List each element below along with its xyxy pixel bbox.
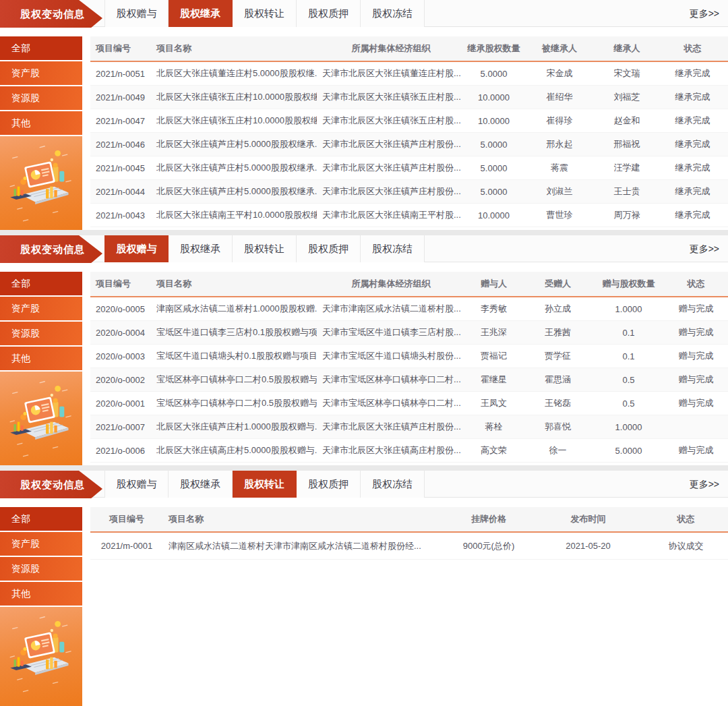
sidebar-item-other[interactable]: 其他 (0, 582, 82, 606)
cell-status: 继承完成 (657, 162, 728, 174)
cell-project-name: 北辰区大张庄镇高庄村5.0000股股权赠与... (151, 444, 317, 457)
cell-inherited-equity-qty: 5.0000 (465, 69, 522, 79)
section-content: 全部资产股资源股其他 项目编号项目名称挂牌价格发布时间状态2021/m-0001… (0, 507, 728, 706)
laptop-analytics-illustration (5, 140, 77, 229)
cell-village-collective-org: 天津市北辰区大张庄镇芦庄村股份... (317, 162, 465, 174)
table-row[interactable]: 2020/o-0002宝坻区林亭口镇林亭口二村0.5股股权赠与...天津市宝坻区… (90, 368, 728, 392)
sidebar-illustration (0, 607, 82, 706)
cell-project-name: 北辰区大张庄镇董连庄村5.0000股股权继... (151, 67, 317, 80)
tab-list: 股权赠与股权继承股权转让股权质押股权冻结 (104, 235, 728, 262)
cell-status: 赠与完成 (664, 444, 728, 457)
sidebar-item-other[interactable]: 其他 (0, 111, 82, 135)
table-row[interactable]: 2021/n-0051北辰区大张庄镇董连庄村5.0000股股权继...天津市北辰… (90, 62, 728, 86)
cell-project-name: 津南区咸水沽镇二道桥村1.0000股股权赠... (151, 303, 317, 315)
cell-decedent: 曹世珍 (522, 209, 597, 221)
page: 股权变动信息股权赠与股权继承股权转让股权质押股权冻结更多>>全部资产股资源股其他… (0, 0, 728, 706)
more-link[interactable]: 更多>> (690, 0, 719, 27)
cell-project-name: 北辰区大张庄镇芦庄村5.0000股股权继承... (151, 138, 317, 150)
cell-village-collective-org: 天津市北辰区大张庄镇芦庄村股份... (317, 138, 465, 150)
table-row[interactable]: 2021/n-0046北辰区大张庄镇芦庄村5.0000股股权继承...天津市北辰… (90, 133, 728, 156)
cell-gifted-equity-qty: 1.0000 (593, 304, 664, 314)
col-header-decedent: 被继承人 (522, 42, 597, 55)
sidebar-item-other[interactable]: 其他 (0, 347, 82, 370)
table-body: 2020/o-0005津南区咸水沽镇二道桥村1.0000股股权赠...天津市津南… (90, 297, 728, 463)
tab-equity-inheritance[interactable]: 股权继承 (169, 235, 233, 262)
cell-project-id: 2020/o-0001 (90, 399, 151, 409)
table-row[interactable]: 2020/o-0004宝坻区牛道口镇李三店村0.1股股权赠与项目天津市宝坻区牛道… (90, 321, 728, 345)
table-row[interactable]: 2021/n-0044北辰区大张庄镇芦庄村5.0000股股权继承...天津市北辰… (90, 180, 728, 204)
more-link[interactable]: 更多>> (690, 471, 719, 498)
table-row[interactable]: 2021/n-0049北辰区大张庄镇张五庄村10.0000股股权继...天津市北… (90, 86, 728, 109)
col-header-village-collective-org: 所属村集体经济组织 (317, 278, 465, 290)
tab-equity-freeze[interactable]: 股权冻结 (361, 0, 425, 27)
cell-project-name: 北辰区大张庄镇张五庄村10.0000股股权继... (151, 115, 317, 127)
cell-project-id: 2021/n-0049 (90, 92, 151, 102)
sidebar-item-asset-shares[interactable]: 资产股 (0, 61, 82, 85)
tab-equity-gift[interactable]: 股权赠与 (104, 0, 169, 27)
more-link[interactable]: 更多>> (690, 235, 719, 262)
cell-inherited-equity-qty: 5.0000 (465, 163, 522, 173)
tab-equity-inheritance[interactable]: 股权继承 (169, 0, 233, 27)
sidebar-item-all[interactable]: 全部 (0, 272, 82, 295)
cell-donor: 李秀敏 (465, 303, 522, 315)
table-row[interactable]: 2021/m-0001津南区咸水沽镇二道桥村天津市津南区咸水沽镇二道桥村股份经.… (90, 533, 728, 560)
cell-project-id: 2021/n-0045 (90, 163, 151, 173)
col-header-project-name: 项目名称 (151, 278, 317, 290)
table-row[interactable]: 2020/o-0005津南区咸水沽镇二道桥村1.0000股股权赠...天津市津南… (90, 297, 728, 321)
table-row[interactable]: 2020/o-0003宝坻区牛道口镇塘头村0.1股股权赠与项目天津市宝坻区牛道口… (90, 345, 728, 368)
tab-equity-gift[interactable]: 股权赠与 (104, 471, 169, 498)
col-header-project-name: 项目名称 (151, 42, 317, 55)
table-row[interactable]: 2020/o-0001宝坻区林亭口镇林亭口二村0.5股股权赠与...天津市宝坻区… (90, 392, 728, 415)
sidebar-item-resource-shares[interactable]: 资源股 (0, 86, 82, 110)
col-header-recipient: 受赠人 (522, 278, 593, 290)
sidebar-item-resource-shares[interactable]: 资源股 (0, 557, 82, 581)
cell-inherited-equity-qty: 10.0000 (465, 92, 522, 102)
sidebar-item-asset-shares[interactable]: 资产股 (0, 297, 82, 320)
cell-status: 赠与完成 (664, 350, 728, 362)
cell-recipient: 孙立成 (522, 303, 593, 315)
tab-bar: 股权变动信息股权赠与股权继承股权转让股权质押股权冻结更多>> (0, 235, 728, 262)
tab-equity-gift[interactable]: 股权赠与 (104, 235, 169, 262)
cell-decedent: 蒋震 (522, 162, 597, 174)
table-row[interactable]: 2021/n-0047北辰区大张庄镇张五庄村10.0000股股权继...天津市北… (90, 109, 728, 133)
tab-equity-inheritance[interactable]: 股权继承 (169, 471, 233, 498)
cell-project-name: 宝坻区林亭口镇林亭口二村0.5股股权赠与... (151, 397, 317, 409)
cell-donor: 王凤文 (465, 397, 522, 409)
tab-equity-pledge[interactable]: 股权质押 (297, 235, 361, 262)
cell-inherited-equity-qty: 10.0000 (465, 116, 522, 126)
cell-recipient: 徐一 (522, 444, 593, 457)
table-row[interactable]: 2021/o-0006北辰区大张庄镇高庄村5.0000股股权赠与...天津市北辰… (90, 439, 728, 463)
cell-heir: 周万禄 (597, 209, 657, 221)
data-table: 项目编号项目名称所属村集体经济组织赠与人受赠人赠与股权数量状态2020/o-00… (82, 272, 728, 465)
tab-equity-transfer[interactable]: 股权转让 (233, 0, 297, 27)
tab-equity-pledge[interactable]: 股权质押 (297, 0, 361, 27)
cell-village-collective-org: 天津市津南区咸水沽镇二道桥村股... (317, 303, 465, 315)
cell-status: 赠与完成 (664, 326, 728, 339)
cell-project-id: 2021/n-0051 (90, 69, 151, 79)
cell-gifted-equity-qty: 5.0000 (593, 446, 664, 456)
data-table: 项目编号项目名称所属村集体经济组织继承股权数量被继承人继承人状态2021/n-0… (82, 36, 728, 230)
col-header-project-name: 项目名称 (163, 513, 445, 525)
table-row[interactable]: 2021/n-0045北辰区大张庄镇芦庄村5.0000股股权继承...天津市北辰… (90, 156, 728, 180)
tab-equity-freeze[interactable]: 股权冻结 (361, 235, 425, 262)
cell-gifted-equity-qty: 0.1 (593, 328, 664, 338)
col-header-status: 状态 (657, 42, 728, 55)
tab-equity-pledge[interactable]: 股权质押 (297, 471, 361, 498)
sidebar-item-resource-shares[interactable]: 资源股 (0, 322, 82, 345)
cell-decedent: 刘淑兰 (522, 185, 597, 198)
cell-village-collective-org: 天津市宝坻区林亭口镇林亭口二村... (317, 397, 465, 409)
table-row[interactable]: 2021/o-0007北辰区大张庄镇芦庄村1.0000股股权赠与...天津市北辰… (90, 415, 728, 439)
cell-village-collective-org: 天津市北辰区大张庄镇张五庄村股... (317, 115, 465, 127)
sidebar-item-all[interactable]: 全部 (0, 36, 82, 60)
cell-status: 赠与完成 (664, 303, 728, 315)
tab-equity-transfer[interactable]: 股权转让 (233, 235, 297, 262)
cell-project-name: 宝坻区牛道口镇李三店村0.1股股权赠与项目 (151, 326, 317, 339)
tab-equity-transfer[interactable]: 股权转让 (233, 471, 297, 498)
table-row[interactable]: 2021/n-0043北辰区大张庄镇南王平村10.0000股股权继...天津市北… (90, 204, 728, 227)
cell-project-id: 2021/o-0007 (90, 422, 151, 432)
sidebar-item-all[interactable]: 全部 (0, 507, 82, 531)
tab-list: 股权赠与股权继承股权转让股权质押股权冻结 (104, 471, 728, 498)
sidebar-item-asset-shares[interactable]: 资产股 (0, 532, 82, 556)
tab-equity-freeze[interactable]: 股权冻结 (361, 471, 425, 498)
section-ribbon: 股权变动信息 (0, 471, 102, 498)
